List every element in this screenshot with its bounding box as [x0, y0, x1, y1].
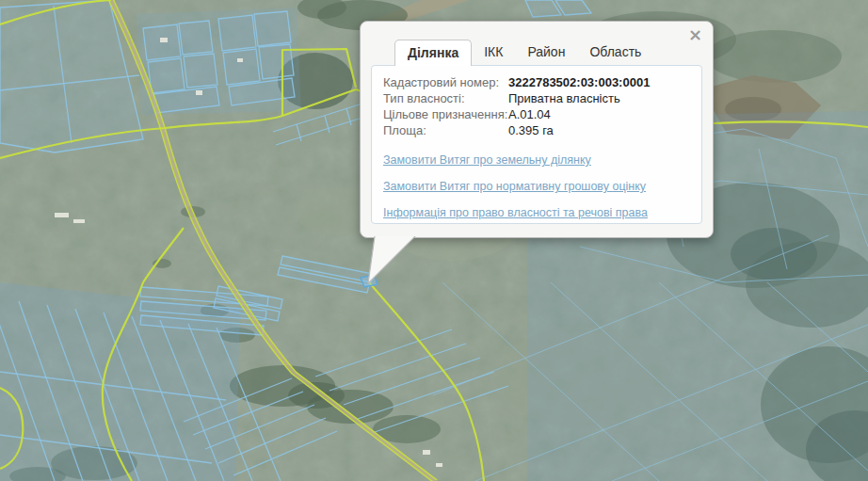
parcel-info-popup: × Ділянка ІКК Район Область Кадастровий … — [360, 21, 714, 238]
tab-ikk[interactable]: ІКК — [472, 40, 515, 65]
field-label: Цільове призначення: — [383, 106, 508, 122]
popup-links: Замовити Витяг про земельну ділянку Замо… — [383, 154, 690, 219]
area-value: 0.395 га — [508, 122, 554, 138]
field-label: Кадастровий номер: — [383, 74, 508, 90]
tab-dilyanka[interactable]: Ділянка — [394, 40, 472, 66]
field-area: Площа: 0.395 га — [383, 122, 690, 138]
field-cadastral-number: Кадастровий номер: 3222783502:03:003:000… — [383, 74, 690, 90]
link-order-monetary-valuation[interactable]: Замовити Витяг про нормативну грошову оц… — [383, 181, 690, 193]
popup-tabs: Ділянка ІКК Район Область — [394, 40, 653, 65]
popup-tail-pointer — [365, 236, 424, 287]
link-ownership-rights-info[interactable]: Інформація про право власності та речові… — [383, 207, 690, 219]
field-designated-purpose: Цільове призначення: А.01.04 — [383, 106, 690, 122]
parcel-details-panel: Кадастровий номер: 3222783502:03:003:000… — [371, 65, 702, 224]
field-label: Площа: — [383, 122, 508, 138]
tab-oblast[interactable]: Область — [577, 40, 653, 65]
designated-purpose-value: А.01.04 — [508, 106, 551, 122]
field-ownership-type: Тип власності: Приватна власність — [383, 90, 690, 106]
cadastral-map-app: × Ділянка ІКК Район Область Кадастровий … — [0, 0, 868, 481]
field-label: Тип власності: — [383, 90, 508, 106]
tab-rayon[interactable]: Район — [515, 40, 577, 65]
cadastral-number-value: 3222783502:03:003:0001 — [508, 74, 650, 90]
ownership-type-value: Приватна власність — [508, 90, 620, 106]
link-order-extract-parcel[interactable]: Замовити Витяг про земельну ділянку — [383, 154, 690, 167]
close-icon[interactable]: × — [688, 26, 702, 43]
